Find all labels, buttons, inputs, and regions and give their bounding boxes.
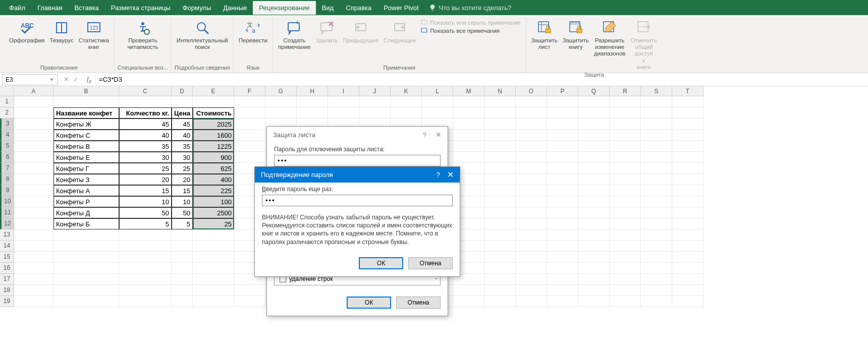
- cell[interactable]: [641, 252, 672, 263]
- cell[interactable]: [610, 163, 641, 174]
- cell[interactable]: [453, 285, 484, 296]
- cell[interactable]: [193, 296, 234, 307]
- cell[interactable]: 35: [119, 141, 172, 152]
- cell[interactable]: [14, 163, 53, 174]
- cell[interactable]: [516, 285, 547, 296]
- column-header[interactable]: P: [547, 86, 578, 96]
- cell[interactable]: [578, 218, 610, 229]
- cell[interactable]: [484, 185, 516, 196]
- cell[interactable]: [578, 296, 610, 307]
- column-header[interactable]: C: [119, 86, 172, 96]
- protect-sheet-button[interactable]: Защититьлист: [529, 18, 560, 72]
- cell[interactable]: [484, 141, 516, 152]
- cell[interactable]: [14, 263, 53, 274]
- column-header[interactable]: H: [297, 86, 328, 96]
- row-header[interactable]: 15: [0, 252, 14, 263]
- cell[interactable]: [14, 185, 53, 196]
- menu-вставка[interactable]: Вставка: [68, 1, 104, 15]
- row-header[interactable]: 6: [0, 152, 14, 163]
- cell[interactable]: [119, 263, 172, 274]
- cell[interactable]: [172, 229, 193, 241]
- cell[interactable]: Конфеты В: [53, 141, 119, 152]
- cell[interactable]: [53, 296, 119, 307]
- cell[interactable]: [193, 96, 234, 107]
- cell[interactable]: [578, 207, 610, 218]
- cell[interactable]: [328, 107, 359, 119]
- select-all-corner[interactable]: [0, 86, 14, 96]
- dialog-close-icon[interactable]: ✕: [436, 131, 442, 139]
- name-box[interactable]: E3▼: [2, 74, 58, 85]
- cell[interactable]: Конфеты Ж: [53, 119, 119, 130]
- cell[interactable]: [516, 196, 547, 207]
- cell[interactable]: [172, 96, 193, 107]
- cell[interactable]: [578, 274, 610, 285]
- column-header[interactable]: L: [422, 86, 453, 96]
- cell[interactable]: [119, 274, 172, 285]
- cell[interactable]: [172, 296, 193, 307]
- cell[interactable]: [391, 96, 422, 107]
- cell[interactable]: Конфеты С: [53, 130, 119, 141]
- row-header[interactable]: 4: [0, 130, 14, 141]
- cell[interactable]: [547, 152, 578, 163]
- cell[interactable]: [119, 241, 172, 252]
- cell[interactable]: 225: [193, 185, 234, 196]
- cell[interactable]: 10: [119, 196, 172, 207]
- menu-справка[interactable]: Справка: [340, 1, 377, 15]
- cell[interactable]: 2025: [193, 119, 234, 130]
- cell[interactable]: [672, 119, 703, 130]
- cell[interactable]: [516, 119, 547, 130]
- cell[interactable]: [547, 263, 578, 274]
- cell[interactable]: 1600: [193, 130, 234, 141]
- cell[interactable]: [610, 274, 641, 285]
- cell[interactable]: [672, 152, 703, 163]
- cell[interactable]: [234, 107, 265, 119]
- cell[interactable]: [453, 152, 484, 163]
- cell[interactable]: [14, 241, 53, 252]
- cell[interactable]: [610, 263, 641, 274]
- cell[interactable]: Конфеты Е: [53, 152, 119, 163]
- cell[interactable]: 1225: [193, 141, 234, 152]
- menu-главная[interactable]: Главная: [31, 1, 68, 15]
- column-header[interactable]: F: [234, 86, 265, 96]
- cell[interactable]: [14, 285, 53, 296]
- accessibility-button[interactable]: Проверитьчитаемость: [125, 18, 160, 51]
- cell[interactable]: [484, 296, 516, 307]
- cell[interactable]: [193, 229, 234, 241]
- row-header[interactable]: 8: [0, 174, 14, 185]
- cell[interactable]: [641, 185, 672, 196]
- cell[interactable]: [547, 130, 578, 141]
- cell[interactable]: [610, 207, 641, 218]
- cell[interactable]: [641, 107, 672, 119]
- cell[interactable]: [641, 229, 672, 241]
- row-header[interactable]: 1: [0, 96, 14, 107]
- ok-button[interactable]: ОК: [347, 297, 391, 309]
- cell[interactable]: Конфеты Г: [53, 163, 119, 174]
- cell[interactable]: [641, 274, 672, 285]
- cell[interactable]: 400: [193, 174, 234, 185]
- cell[interactable]: [578, 252, 610, 263]
- cell[interactable]: [297, 96, 328, 107]
- cancel-button[interactable]: Отмена: [408, 257, 453, 269]
- cell[interactable]: [422, 107, 453, 119]
- cell[interactable]: [641, 163, 672, 174]
- cell[interactable]: [641, 285, 672, 296]
- cell[interactable]: [119, 229, 172, 241]
- cell[interactable]: [119, 296, 172, 307]
- cell[interactable]: [516, 163, 547, 174]
- cell[interactable]: [484, 96, 516, 107]
- cell[interactable]: [578, 196, 610, 207]
- cell[interactable]: 15: [119, 185, 172, 196]
- cell[interactable]: [516, 141, 547, 152]
- smart-lookup-button[interactable]: Интеллектуальныйпоиск: [175, 18, 230, 51]
- cell[interactable]: [234, 130, 265, 141]
- cell[interactable]: 20: [172, 174, 193, 185]
- cell[interactable]: [14, 96, 53, 107]
- cell[interactable]: [516, 218, 547, 229]
- cell[interactable]: [484, 152, 516, 163]
- cell[interactable]: [484, 274, 516, 285]
- row-header[interactable]: 17: [0, 274, 14, 285]
- cell[interactable]: [234, 96, 265, 107]
- cell[interactable]: [453, 119, 484, 130]
- cell[interactable]: [672, 218, 703, 229]
- cell[interactable]: [484, 207, 516, 218]
